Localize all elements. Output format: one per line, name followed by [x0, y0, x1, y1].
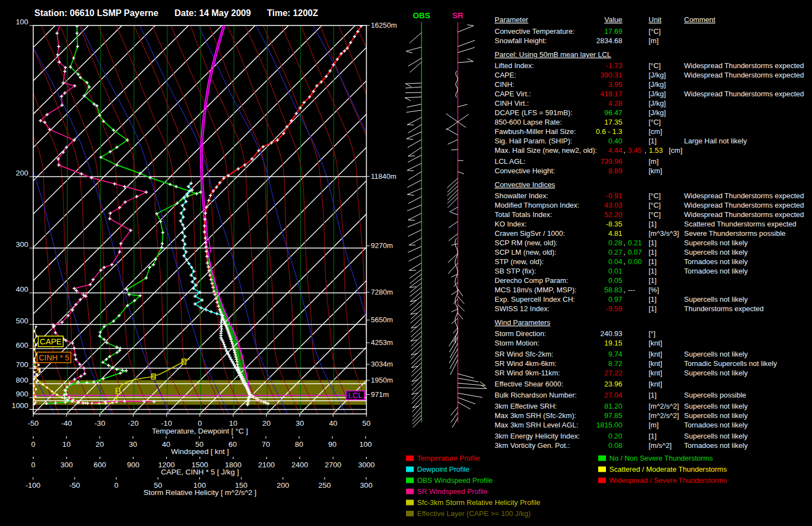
svg-text:SR Wind Sfc-2km:: SR Wind Sfc-2km:: [495, 350, 553, 358]
svg-text:850-600 Lapse Rate:: 850-600 Lapse Rate:: [495, 118, 562, 126]
svg-text:,: ,: [624, 146, 626, 154]
svg-text:Supercells not likely: Supercells not likely: [684, 239, 748, 247]
svg-text:Supercells not likely: Supercells not likely: [684, 411, 748, 420]
svg-text:[J/kg]: [J/kg]: [649, 90, 666, 98]
svg-text:Supercells not likely: Supercells not likely: [684, 248, 748, 256]
svg-text:Wind Parameters: Wind Parameters: [495, 318, 551, 327]
svg-text:9.74: 9.74: [608, 350, 622, 358]
svg-text:Convective Indices: Convective Indices: [495, 181, 556, 189]
svg-text:Temperature, Dewpoint [ °C ]: Temperature, Dewpoint [ °C ]: [152, 427, 248, 435]
svg-text:Tornadoes not likely: Tornadoes not likely: [684, 257, 748, 266]
svg-text:SR Wind 4km-6km:: SR Wind 4km-6km:: [495, 359, 557, 368]
svg-text:,: ,: [624, 248, 626, 256]
svg-text:500: 500: [16, 317, 28, 325]
svg-text:Supercells not likely: Supercells not likely: [684, 295, 748, 303]
svg-text:Station: 06610 LSMP Payerne: Station: 06610 LSMP Payerne: [34, 8, 158, 18]
svg-text:Temperature Profile: Temperature Profile: [417, 454, 480, 462]
svg-text:0.08: 0.08: [608, 441, 622, 450]
svg-text:9270m: 9270m: [371, 241, 393, 250]
svg-text:30: 30: [129, 440, 137, 448]
svg-text:58.83: 58.83: [604, 286, 623, 294]
svg-text:[J/kg]: [J/kg]: [649, 71, 666, 79]
svg-text:8.89: 8.89: [608, 167, 622, 175]
svg-text:Storm Direction:: Storm Direction:: [495, 329, 546, 338]
svg-text:-0.91: -0.91: [606, 192, 623, 200]
svg-text:Convective Temperature:: Convective Temperature:: [495, 27, 574, 35]
svg-text:[knt]: [knt]: [649, 369, 662, 377]
svg-text:Snowfall Height:: Snowfall Height:: [495, 37, 547, 45]
svg-text:4253m: 4253m: [371, 338, 393, 347]
svg-text:SCP RM (new, old):: SCP RM (new, old):: [495, 239, 558, 247]
svg-text:96.47: 96.47: [604, 109, 623, 117]
svg-text:1: 1: [116, 388, 120, 394]
svg-text:0.40: 0.40: [608, 137, 622, 145]
svg-text:[1]: [1]: [649, 276, 656, 285]
svg-text:27.04: 27.04: [604, 391, 623, 399]
svg-text:600: 600: [16, 341, 28, 349]
svg-text:[1]: [1]: [649, 432, 656, 440]
svg-text:419.17: 419.17: [600, 90, 623, 98]
svg-text:Windspeed [ knt ]: Windspeed [ knt ]: [171, 447, 229, 456]
svg-text:Widespread Thunderstorms expec: Widespread Thunderstorms expected: [684, 90, 804, 98]
svg-text:[m^3/s^3]: [m^3/s^3]: [649, 229, 679, 238]
svg-text:[m]: [m]: [649, 157, 659, 166]
svg-text:11840m: 11840m: [371, 172, 397, 181]
svg-text:0.6 - 1.3: 0.6 - 1.3: [596, 127, 623, 136]
svg-text:Widespread Thunderstorms expec: Widespread Thunderstorms expected: [684, 192, 804, 200]
svg-text:Tornadoes not likely: Tornadoes not likely: [684, 441, 748, 450]
svg-text:80: 80: [295, 440, 303, 448]
svg-text:Severe Thunderstorms possible: Severe Thunderstorms possible: [684, 229, 785, 238]
svg-text:23.96: 23.96: [604, 380, 623, 388]
svg-text:SCP LM (new, old):: SCP LM (new, old):: [495, 248, 557, 256]
svg-text:Comment: Comment: [684, 16, 716, 24]
svg-text:[J/kg]: [J/kg]: [649, 80, 666, 89]
svg-text:0: 0: [114, 481, 119, 489]
svg-text:Fawbush-Miller Hail Size:: Fawbush-Miller Hail Size:: [495, 127, 576, 136]
svg-text:200: 200: [276, 481, 289, 489]
svg-text:[cm]: [cm]: [649, 127, 662, 136]
svg-text:100: 100: [359, 440, 372, 448]
svg-text:OBS Windspeed Profile: OBS Windspeed Profile: [417, 476, 493, 484]
svg-text:CINH * 5: CINH * 5: [39, 353, 69, 362]
svg-text:0.28: 0.28: [608, 239, 622, 247]
svg-text:-9.59: -9.59: [606, 305, 623, 313]
svg-text:1.53: 1.53: [649, 146, 663, 154]
svg-text:SWISS 12 Index:: SWISS 12 Index:: [495, 305, 549, 313]
svg-text:MCS 18m/s (MMP, MSP):: MCS 18m/s (MMP, MSP):: [495, 286, 577, 294]
svg-text:CAPE, CINH * 5 [ J/kg ]: CAPE, CINH * 5 [ J/kg ]: [161, 468, 239, 476]
svg-text:97.85: 97.85: [604, 411, 623, 420]
svg-text:30: 30: [296, 419, 304, 427]
svg-text:81.20: 81.20: [604, 402, 623, 410]
svg-text:,: ,: [624, 239, 626, 247]
svg-text:1815.00: 1815.00: [597, 421, 623, 429]
svg-text:[1]: [1]: [649, 137, 656, 145]
svg-text:700: 700: [16, 360, 28, 369]
svg-text:27.22: 27.22: [604, 369, 623, 377]
svg-text:,: ,: [624, 286, 626, 294]
svg-text:[°C]: [°C]: [649, 192, 661, 200]
svg-text:Widespread Thunderstorms expec: Widespread Thunderstorms expected: [684, 71, 804, 79]
svg-text:[1]: [1]: [649, 239, 656, 247]
svg-text:0.97: 0.97: [608, 295, 622, 303]
svg-text:0: 0: [31, 440, 35, 448]
svg-text:17.35: 17.35: [604, 118, 623, 126]
svg-text:0.05: 0.05: [608, 276, 622, 285]
svg-text:-20: -20: [128, 419, 139, 427]
svg-text:Tornadoes not likely: Tornadoes not likely: [684, 267, 748, 275]
svg-text:[1]: [1]: [649, 267, 656, 275]
svg-text:[knt]: [knt]: [649, 339, 662, 347]
svg-text:[J/kg]: [J/kg]: [649, 99, 666, 107]
svg-text:0.04: 0.04: [608, 257, 622, 266]
svg-text:[1]: [1]: [649, 248, 656, 256]
svg-text:[knt]: [knt]: [649, 380, 662, 388]
svg-text:[m]: [m]: [649, 37, 659, 45]
svg-text:[°]: [°]: [649, 329, 655, 338]
svg-text:[1]: [1]: [649, 305, 656, 313]
svg-text:Storm Motion:: Storm Motion:: [495, 339, 539, 347]
svg-text:Time: 1200Z: Time: 1200Z: [267, 8, 318, 18]
svg-text:3: 3: [182, 358, 186, 365]
svg-text:[cm]: [cm]: [669, 146, 683, 154]
svg-text:1950m: 1950m: [371, 376, 393, 384]
svg-text:[°C]: [°C]: [649, 210, 661, 219]
svg-text:[°C]: [°C]: [649, 118, 661, 126]
